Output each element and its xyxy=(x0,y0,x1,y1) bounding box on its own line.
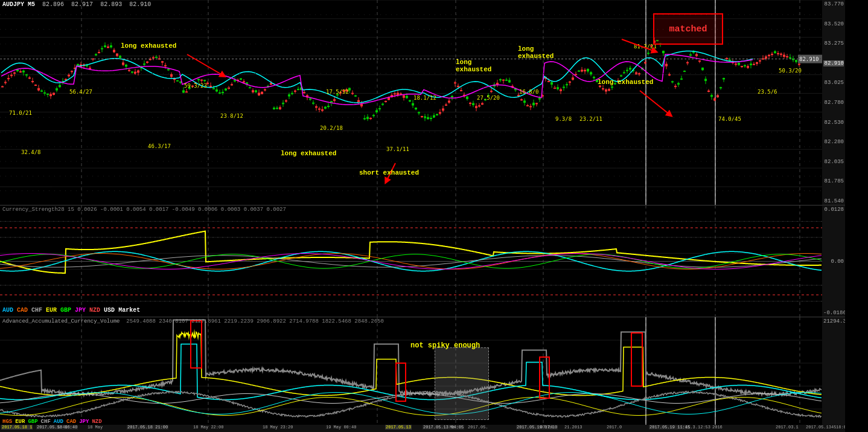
ohlc-values: 82.896 82.917 82.893 82.910 xyxy=(39,1,151,8)
currency-panel-header: Currency_Strength28 15 0.0026 -0.0001 0.… xyxy=(2,207,286,213)
not-spiky-annotation: not spiky enough xyxy=(410,341,480,350)
volume-chart-canvas xyxy=(0,317,845,432)
svg-line-2 xyxy=(640,91,670,115)
arrow-long-exhausted-4 xyxy=(640,91,688,124)
annotation-long-exhausted-1: long exhausted xyxy=(121,42,176,50)
symbol-label: AUDJPY xyxy=(2,1,24,8)
annotation-long-exhausted-5: long exhausted xyxy=(281,150,336,157)
volume-panel-header: Advanced_Accumulated_Currency_Volume 254… xyxy=(2,318,384,324)
annotation-short-exhausted: short exhausted xyxy=(359,169,419,176)
red-box-spike-1 xyxy=(190,320,202,369)
annotation-long-exhausted-3: long exhausted xyxy=(518,45,554,60)
currency-eur: EUR xyxy=(46,307,57,314)
volume-panel: Advanced_Accumulated_Currency_Volume 254… xyxy=(0,317,845,432)
currency-strength-panel: Currency_Strength28 15 0.0026 -0.0001 0.… xyxy=(0,205,845,317)
timeframe-label: M5 xyxy=(28,1,35,8)
annotation-long-exhausted-4: long exhausted xyxy=(598,79,653,86)
svg-line-0 xyxy=(622,39,655,51)
currency-jpy: JPY xyxy=(75,307,86,314)
currency-legend: AUD CAD CHF EUR GBP JPY NZD USD Market xyxy=(2,307,140,314)
currency-cad: CAD xyxy=(17,307,28,314)
currency-right-axis: 0.0128 0.00 -0.0186 xyxy=(822,205,845,317)
currency-usd: USD xyxy=(104,307,115,314)
red-box-spike-4 xyxy=(631,332,643,387)
currency-gbp: GBP xyxy=(60,307,71,314)
chart-header: AUDJPY M5 82.896 82.917 82.893 82.910 xyxy=(2,1,151,8)
arrow-matched xyxy=(622,39,658,51)
volume-currency-legend: HGS EUR GBP CHF AUD CAD JPY NZD xyxy=(2,419,102,425)
main-chart: AUDJPY M5 82.896 82.917 82.893 82.910 ma… xyxy=(0,0,845,205)
price-axis-main: 83.770 83.520 83.275 82.910 83.025 82.78… xyxy=(822,0,845,205)
matched-annotation: matched xyxy=(653,13,723,45)
svg-line-1 xyxy=(187,54,223,76)
currency-chart-canvas xyxy=(0,205,845,317)
arrow-short-exhausted xyxy=(386,163,423,190)
red-box-spike-2 xyxy=(395,363,406,402)
currency-aud: AUD xyxy=(2,307,13,314)
arrow-long-exhausted-1 xyxy=(187,54,235,82)
gray-highlight-region xyxy=(435,347,489,420)
time-axis: 2017.05.18 1 2017.05.18 16:40 5:40 18 Ma… xyxy=(0,425,845,432)
red-box-spike-3 xyxy=(539,356,550,399)
currency-market: Market xyxy=(118,307,140,314)
annotation-long-exhausted-2: long exhausted xyxy=(456,59,491,73)
currency-chf: CHF xyxy=(31,307,42,314)
volume-right-axis: 21294.31 500.609 xyxy=(822,317,845,432)
currency-nzd: NZD xyxy=(89,307,100,314)
